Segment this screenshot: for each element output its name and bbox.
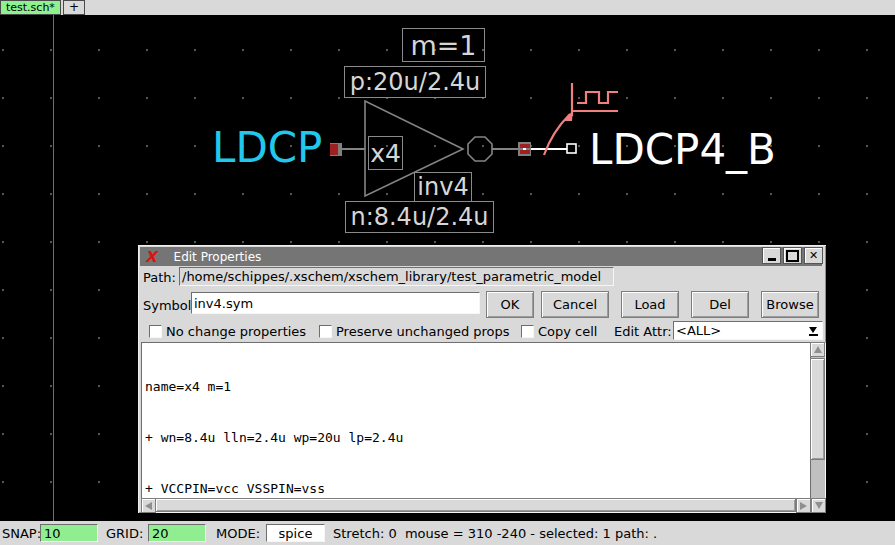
left-arrow-icon — [145, 502, 152, 510]
load-button[interactable]: Load — [621, 291, 679, 318]
dialog-title: Edit Properties — [174, 250, 262, 264]
ok-button[interactable]: OK — [486, 291, 534, 318]
snap-input[interactable] — [40, 524, 98, 542]
mode-label: MODE: — [216, 526, 260, 541]
grid-input[interactable] — [148, 524, 206, 542]
symbol-input[interactable] — [191, 292, 480, 314]
properties-textarea[interactable]: name=x4 m=1 + wn=8.4u lln=2.4u wp=20u lp… — [141, 342, 812, 499]
prop-line: + wn=8.4u lln=2.4u wp=20u lp=2.4u — [145, 429, 811, 446]
input-net-label[interactable]: LDCP — [212, 127, 322, 169]
param-m-label[interactable]: m=1 — [402, 28, 485, 62]
tab-label: test.sch* — [6, 1, 55, 14]
close-icon: ✕ — [809, 250, 818, 261]
scroll-right-button[interactable] — [796, 498, 811, 513]
inverter-bubble[interactable] — [468, 137, 492, 161]
close-button[interactable]: ✕ — [804, 247, 823, 264]
param-p-label[interactable]: p:20u/2.4u — [344, 66, 486, 98]
plus-icon: + — [69, 0, 79, 14]
cell-name-label[interactable]: inv4 — [414, 172, 472, 202]
output-pin-red-bottom — [520, 150, 530, 154]
minimize-button[interactable] — [762, 247, 781, 264]
new-tab-button[interactable]: + — [63, 0, 85, 15]
output-pin-red-top — [520, 144, 530, 148]
dialog-titlebar[interactable]: X Edit Properties — [140, 247, 822, 266]
scroll-down-button[interactable] — [811, 498, 826, 513]
xschem-window: test.sch* + — [0, 0, 895, 545]
edit-attr-value: <ALL> — [676, 323, 721, 338]
down-arrow-icon — [815, 502, 823, 509]
h-scrollbar-thumb[interactable] — [155, 498, 796, 512]
right-arrow-icon — [800, 502, 807, 510]
symbol-label: Symbol — [143, 298, 191, 313]
checkbox-copy-cell[interactable] — [521, 325, 534, 338]
maximize-button[interactable] — [783, 247, 802, 264]
output-pin-dot — [523, 148, 526, 150]
instance-name-label[interactable]: x4 — [368, 136, 403, 170]
dropdown-arrow-icon[interactable] — [806, 324, 820, 338]
checkbox-no-change[interactable] — [149, 325, 162, 338]
checkbox-copy-cell-label: Copy cell — [538, 324, 597, 339]
param-n-label[interactable]: n:8.4u/2.4u — [345, 201, 494, 233]
checkbox-no-change-label: No change properties — [166, 324, 306, 339]
cancel-button[interactable]: Cancel — [541, 291, 609, 318]
net-terminal[interactable] — [567, 144, 576, 153]
grid-label: GRID: — [106, 526, 143, 541]
status-bar: SNAP: GRID: MODE: Stretch: 0 mouse = 310… — [0, 521, 895, 545]
checkbox-preserve-props[interactable] — [319, 325, 332, 338]
del-button[interactable]: Del — [691, 291, 749, 318]
path-label: Path: — [143, 270, 176, 285]
input-pin-red — [330, 144, 338, 155]
scroll-left-button[interactable] — [141, 498, 156, 513]
tab-bar: test.sch* + — [0, 0, 895, 15]
tab-test-sch[interactable]: test.sch* — [0, 0, 61, 15]
window-controls: ✕ — [762, 247, 823, 264]
checkbox-preserve-props-label: Preserve unchanged props — [336, 324, 510, 339]
scroll-up-button[interactable] — [810, 342, 825, 357]
edit-attr-label: Edit Attr: — [614, 324, 672, 339]
prop-line: + VCCPIN=vcc VSSPIN=vss — [145, 480, 811, 497]
status-info: Stretch: 0 mouse = 310 -240 - selected: … — [333, 526, 657, 541]
up-arrow-icon — [814, 346, 822, 353]
v-scrollbar-thumb[interactable] — [810, 358, 825, 460]
xschem-logo-icon: X — [145, 248, 157, 266]
minimize-icon — [768, 258, 776, 261]
path-field[interactable]: /home/schippes/.xschem/xschem_library/te… — [179, 267, 614, 286]
prop-line: name=x4 m=1 — [145, 378, 811, 395]
browse-button[interactable]: Browse — [761, 291, 819, 318]
snap-label: SNAP: — [2, 526, 41, 541]
mode-input[interactable] — [266, 524, 325, 542]
maximize-icon — [786, 250, 799, 262]
edit-properties-dialog: X Edit Properties ✕ Path: /home/schippes… — [137, 244, 827, 514]
output-net-label[interactable]: LDCP4_B — [589, 129, 776, 171]
edit-attr-combobox[interactable]: <ALL> — [673, 321, 823, 340]
